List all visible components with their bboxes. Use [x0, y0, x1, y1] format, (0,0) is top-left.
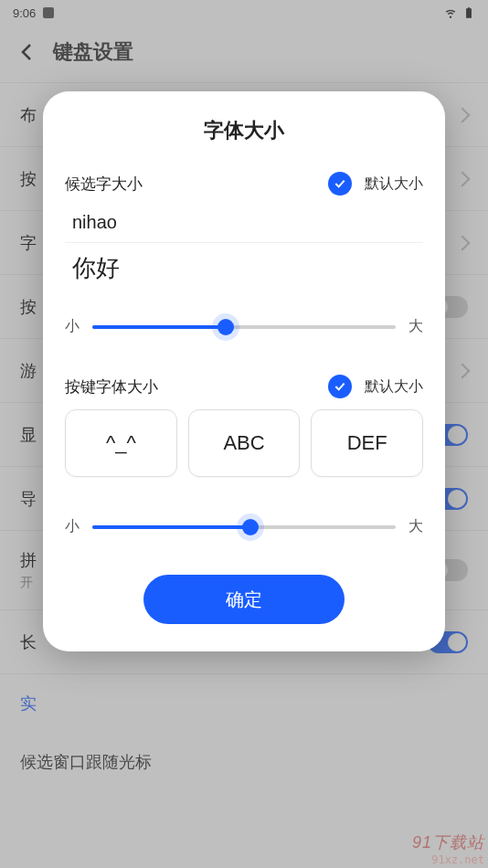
dialog-title: 字体大小 — [65, 117, 423, 144]
key-preview: ABC — [188, 409, 301, 477]
slider-thumb[interactable] — [242, 519, 259, 535]
default-size-checkbox[interactable]: 默认大小 — [328, 375, 423, 398]
key-size-header: 按键字体大小 默认大小 — [65, 375, 423, 398]
slider-track[interactable] — [92, 518, 396, 536]
candidate-size-header: 候选字大小 默认大小 — [65, 172, 423, 196]
modal-overlay[interactable]: 字体大小 候选字大小 默认大小 nihao 你好 小 大 按键字体大小 — [0, 0, 488, 868]
candidate-size-slider[interactable]: 小 大 — [65, 317, 423, 336]
confirm-button[interactable]: 确定 — [143, 575, 345, 624]
candidate-preview-roman: nihao — [65, 203, 423, 243]
slider-thumb[interactable] — [217, 319, 234, 335]
slider-track[interactable] — [92, 318, 396, 336]
watermark: 91下载站 91xz.net — [412, 831, 484, 866]
check-circle-icon — [328, 375, 352, 398]
check-circle-icon — [328, 172, 352, 196]
key-size-slider[interactable]: 小 大 — [65, 517, 423, 536]
key-preview: DEF — [311, 409, 423, 477]
key-preview: ^_^ — [65, 409, 177, 477]
default-size-checkbox[interactable]: 默认大小 — [328, 172, 423, 196]
font-size-dialog: 字体大小 候选字大小 默认大小 nihao 你好 小 大 按键字体大小 — [43, 91, 445, 651]
candidate-preview-chinese: 你好 — [65, 243, 423, 293]
key-preview-row: ^_^ ABC DEF — [65, 409, 423, 477]
